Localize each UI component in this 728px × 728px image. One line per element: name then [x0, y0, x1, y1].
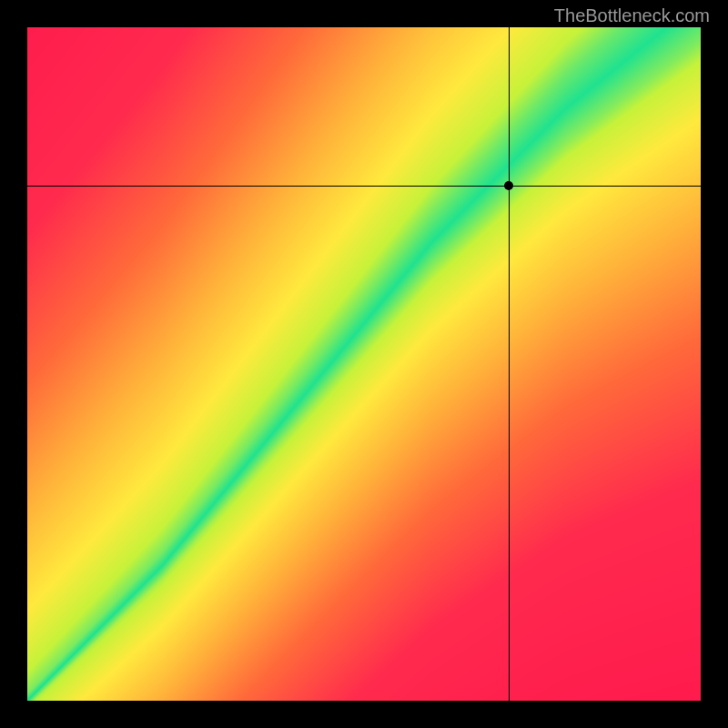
watermark-text: TheBottleneck.com — [554, 5, 710, 26]
chart-container: TheBottleneck.com — [0, 0, 728, 728]
crosshair-horizontal — [27, 186, 701, 187]
crosshair-vertical — [509, 27, 510, 701]
selection-marker — [504, 181, 513, 190]
heatmap-canvas — [27, 27, 701, 701]
plot-area — [27, 27, 701, 701]
